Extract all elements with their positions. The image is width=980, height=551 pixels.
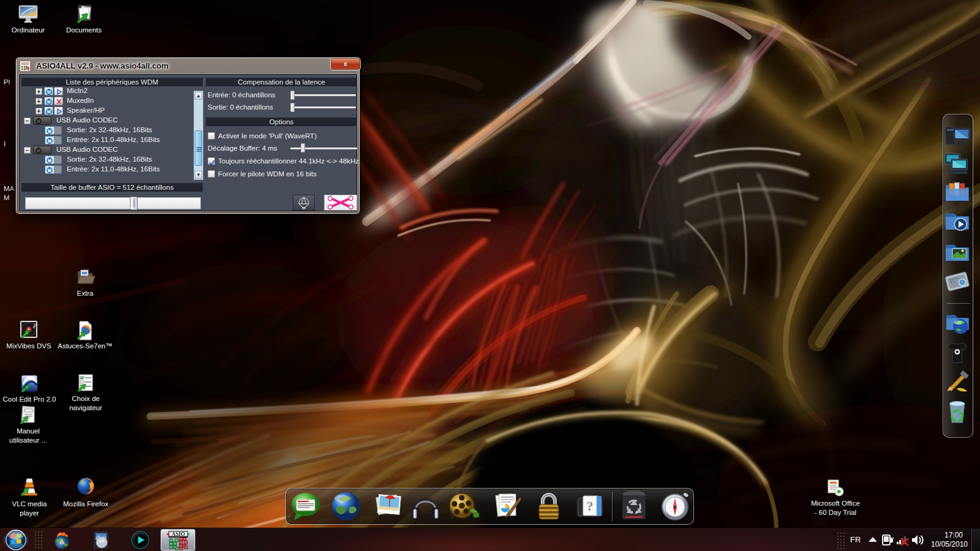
svg-text:ASIO: ASIO: [172, 531, 185, 537]
svg-text:?: ?: [587, 498, 594, 514]
svg-text:ASIO: ASIO: [21, 62, 29, 66]
